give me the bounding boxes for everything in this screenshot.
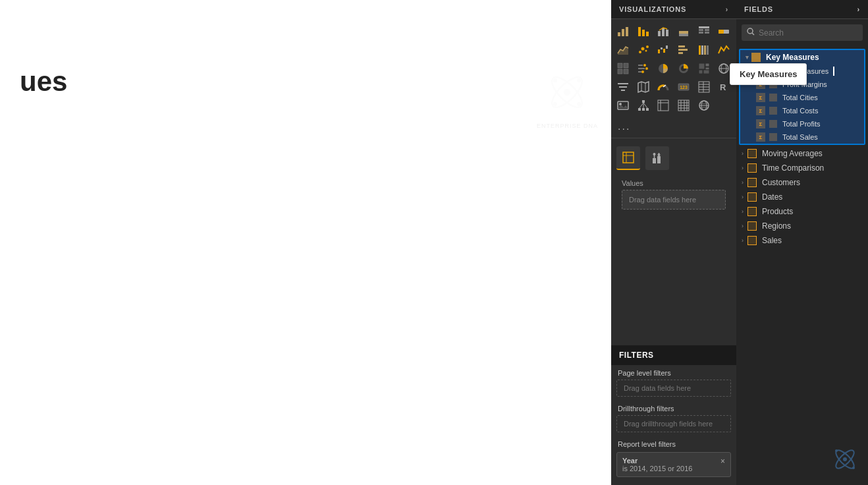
svg-line-85 bbox=[643, 103, 647, 108]
svg-rect-62 bbox=[618, 83, 628, 84]
svg-rect-17 bbox=[679, 34, 688, 36]
customers-chevron: › bbox=[742, 179, 744, 186]
viz-build-format-icon[interactable] bbox=[645, 146, 669, 170]
viz-icon-map2[interactable] bbox=[634, 78, 653, 96]
viz-icon-dot[interactable] bbox=[634, 60, 653, 77]
filter-chip-value: is 2014, 2015 or 2016 bbox=[622, 465, 692, 472]
viz-icon-donut[interactable] bbox=[674, 60, 693, 77]
key-measures-group-header[interactable]: ▾ Key Measures bbox=[740, 50, 864, 65]
field-item-total-profits[interactable]: Σ Total Profits bbox=[740, 117, 864, 130]
viz-panel-arrow[interactable]: › bbox=[726, 6, 728, 13]
viz-icon-gauge[interactable] bbox=[654, 78, 672, 96]
viz-icon-globe[interactable] bbox=[695, 97, 713, 114]
key-measures-chevron: ▾ bbox=[746, 54, 749, 61]
viz-build-fields-icon[interactable] bbox=[616, 146, 640, 170]
viz-icon-bar2[interactable] bbox=[634, 23, 653, 40]
viz-icon-stacked-bar[interactable] bbox=[674, 23, 693, 40]
products-group: › Products bbox=[736, 204, 868, 219]
viz-icon-table2[interactable] bbox=[654, 97, 672, 114]
sales-group: › Sales bbox=[736, 233, 868, 248]
search-input[interactable] bbox=[759, 28, 857, 38]
dates-header[interactable]: › Dates bbox=[736, 190, 868, 204]
regions-label: Regions bbox=[762, 221, 791, 231]
viz-icon-bar[interactable] bbox=[614, 23, 632, 40]
viz-icon-filter[interactable] bbox=[614, 78, 632, 96]
filter-chip-close[interactable]: × bbox=[720, 457, 725, 466]
moving-averages-icon bbox=[747, 149, 757, 158]
svg-text:123: 123 bbox=[680, 85, 688, 90]
time-comparison-icon bbox=[747, 163, 757, 173]
svg-rect-82 bbox=[646, 108, 649, 111]
viz-icon-pie[interactable] bbox=[654, 60, 672, 77]
viz-build-area: Values Drag data fields here bbox=[611, 141, 736, 345]
viz-icon-bar-horiz[interactable] bbox=[674, 42, 693, 59]
calc-icon2-tc bbox=[769, 94, 777, 101]
svg-rect-15 bbox=[666, 30, 668, 36]
filter-chip-title: Year bbox=[622, 457, 692, 465]
svg-point-78 bbox=[619, 103, 622, 105]
svg-point-48 bbox=[645, 67, 648, 70]
viz-icon-treemap[interactable] bbox=[695, 60, 713, 77]
regions-chevron: › bbox=[742, 223, 744, 229]
calc-icon-tco: Σ bbox=[756, 106, 765, 115]
svg-rect-30 bbox=[658, 49, 660, 53]
fields-panel-arrow[interactable]: › bbox=[857, 5, 860, 13]
svg-rect-9 bbox=[626, 27, 628, 36]
dates-icon bbox=[747, 192, 757, 202]
viz-divider bbox=[611, 138, 736, 138]
svg-point-28 bbox=[645, 50, 647, 52]
search-icon bbox=[747, 28, 755, 38]
page-level-dropzone[interactable]: Drag data fields here bbox=[616, 380, 731, 397]
viz-icon-table[interactable] bbox=[695, 78, 713, 96]
dates-chevron: › bbox=[742, 194, 744, 200]
filters-section: FILTERS Page level filters Drag data fie… bbox=[611, 345, 736, 485]
svg-rect-79 bbox=[642, 100, 645, 103]
viz-icon-card[interactable]: 123 bbox=[674, 78, 693, 96]
fields-panel-title: FIELDS bbox=[744, 5, 773, 13]
regions-icon bbox=[747, 221, 757, 231]
svg-point-3 bbox=[553, 78, 557, 82]
svg-rect-44 bbox=[624, 69, 628, 74]
customers-header[interactable]: › Customers bbox=[736, 175, 868, 190]
drillthrough-dropzone[interactable]: Drag drillthrough fields here bbox=[616, 415, 731, 432]
dates-label: Dates bbox=[762, 192, 782, 202]
sales-header[interactable]: › Sales bbox=[736, 233, 868, 248]
moving-averages-header[interactable]: › Moving Averages bbox=[736, 146, 868, 161]
svg-rect-104 bbox=[653, 158, 656, 163]
svg-rect-11 bbox=[642, 30, 645, 36]
viz-icon-matrix[interactable] bbox=[614, 60, 632, 77]
regions-header[interactable]: › Regions bbox=[736, 219, 868, 233]
time-comparison-header[interactable]: › Time Comparison bbox=[736, 161, 868, 175]
customers-group: › Customers bbox=[736, 175, 868, 190]
svg-point-108 bbox=[658, 154, 661, 156]
viz-icon-100-bar[interactable] bbox=[715, 23, 733, 40]
enterprise-dna-label: ENTERPRISE DNA bbox=[537, 123, 598, 129]
viz-icon-table-matrix[interactable] bbox=[695, 23, 713, 40]
field-item-total-sales[interactable]: Σ Total Sales bbox=[740, 130, 864, 144]
svg-rect-8 bbox=[622, 29, 624, 36]
values-dropzone[interactable]: Drag data fields here bbox=[622, 190, 726, 210]
viz-icon-area[interactable] bbox=[614, 42, 632, 59]
svg-text:R: R bbox=[720, 82, 726, 92]
products-header[interactable]: › Products bbox=[736, 204, 868, 219]
field-item-total-cities[interactable]: Σ Total Cities bbox=[740, 91, 864, 104]
sales-icon bbox=[747, 236, 757, 245]
moving-averages-label: Moving Averages bbox=[762, 149, 823, 158]
svg-rect-47 bbox=[638, 68, 645, 69]
sales-label: Sales bbox=[762, 236, 782, 245]
viz-icon-line2[interactable] bbox=[715, 42, 733, 59]
viz-icon-line-bar[interactable] bbox=[654, 23, 672, 40]
viz-icon-scatter[interactable] bbox=[634, 42, 653, 59]
svg-point-109 bbox=[653, 153, 656, 156]
fields-panel-header: FIELDS › bbox=[736, 0, 868, 19]
viz-icon-ribbon[interactable] bbox=[695, 42, 713, 59]
search-box[interactable] bbox=[742, 24, 863, 41]
viz-icon-decomp[interactable] bbox=[634, 97, 653, 114]
key-measures-label: Key Measures bbox=[766, 53, 819, 62]
viz-icon-matrix2[interactable] bbox=[674, 97, 693, 114]
viz-icon-image[interactable] bbox=[614, 97, 632, 114]
sales-chevron: › bbox=[742, 237, 744, 244]
viz-more: ... bbox=[611, 118, 736, 135]
viz-icon-waterfall[interactable] bbox=[654, 42, 672, 59]
field-item-total-costs[interactable]: Σ Total Costs bbox=[740, 104, 864, 117]
